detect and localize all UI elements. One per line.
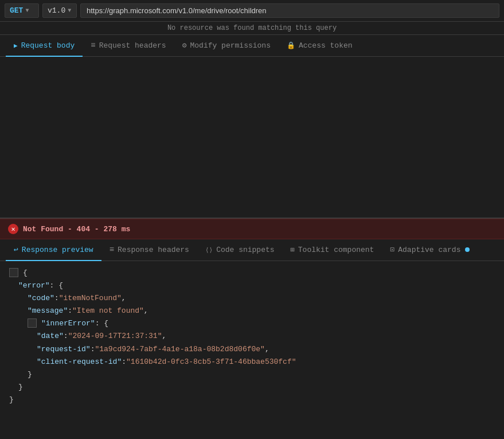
tab-code-snippets[interactable]: Code snippets [197,239,283,261]
version-label: v1.0 [48,6,65,15]
request-body-area [0,57,504,217]
request-tabs-bar: Request body Request headers Modify perm… [0,35,504,57]
json-line: "date" : "2024-09-17T21:37:31" , [37,330,495,343]
method-label: GET [10,6,23,15]
version-select[interactable]: v1.0 ▼ [42,3,77,18]
top-bar: GET ▼ v1.0 ▼ [0,0,504,22]
json-line: "request-id" : "1a9cd924-7abf-4a1e-a18a-… [37,343,495,356]
tab-response-headers[interactable]: Response headers [101,239,197,261]
method-select[interactable]: GET ▼ [5,3,39,18]
status-message: No resource was found matching this quer… [0,22,504,35]
tab-modify-permissions-label: Modify permissions [190,41,271,50]
json-line: "message" : "Item not found" , [28,305,495,317]
tab-request-headers-label: Request headers [99,41,166,50]
tab-adaptive-cards-label: Adaptive cards [398,246,460,254]
snippets-icon [205,245,213,254]
json-line: "code" : "itemNotFound" , [28,292,495,305]
tab-request-body-label: Request body [21,41,75,50]
tab-access-token-label: Access token [299,41,353,50]
tab-access-token[interactable]: Access token [279,35,361,57]
tab-modify-permissions[interactable]: Modify permissions [174,35,279,57]
json-line: "client-request-id" : "1610b42d-0fc3-8cb… [37,356,495,368]
error-icon: ✕ [8,224,18,234]
adaptive-icon [390,245,394,254]
response-tabs-bar: Response preview Response headers Code s… [0,239,504,261]
tab-toolkit-component[interactable]: Toolkit component [283,239,382,261]
error-text: Not Found - 404 - 278 ms [23,225,130,234]
adaptive-cards-dot [465,247,470,252]
method-chevron-icon: ▼ [25,7,29,14]
json-line: } [18,381,495,394]
tab-toolkit-component-label: Toolkit component [298,246,374,254]
resp-headers-icon [110,245,114,254]
app-container: GET ▼ v1.0 ▼ No resource was found match… [0,0,504,439]
headers-icon [91,41,95,50]
url-input[interactable] [80,3,499,18]
json-line: } [28,368,495,381]
json-line: { [9,267,495,279]
json-line: "error" : { [18,279,495,292]
preview-icon [14,245,18,254]
tab-adaptive-cards[interactable]: Adaptive cards [382,239,478,261]
tab-response-preview-label: Response preview [22,246,93,254]
send-icon [14,41,18,50]
json-collapse-inner-checkbox[interactable] [28,318,37,328]
error-bar: ✕ Not Found - 404 - 278 ms [0,219,504,239]
version-chevron-icon: ▼ [68,7,71,14]
tab-response-preview[interactable]: Response preview [6,239,101,261]
tab-request-headers[interactable]: Request headers [83,35,174,57]
toolkit-icon [291,245,295,254]
json-collapse-checkbox[interactable] [9,268,18,277]
perms-icon [182,41,187,50]
tab-code-snippets-label: Code snippets [216,246,274,254]
json-line: "innerError" : { [28,317,495,330]
request-section: Request body Request headers Modify perm… [0,35,504,219]
json-area: { "error" : { "code" : "itemNotFound" , … [0,261,504,410]
response-section: Response preview Response headers Code s… [0,239,504,439]
json-line: } [9,394,495,406]
token-icon [287,41,295,50]
tab-request-body[interactable]: Request body [6,35,83,57]
tab-response-headers-label: Response headers [118,246,189,254]
